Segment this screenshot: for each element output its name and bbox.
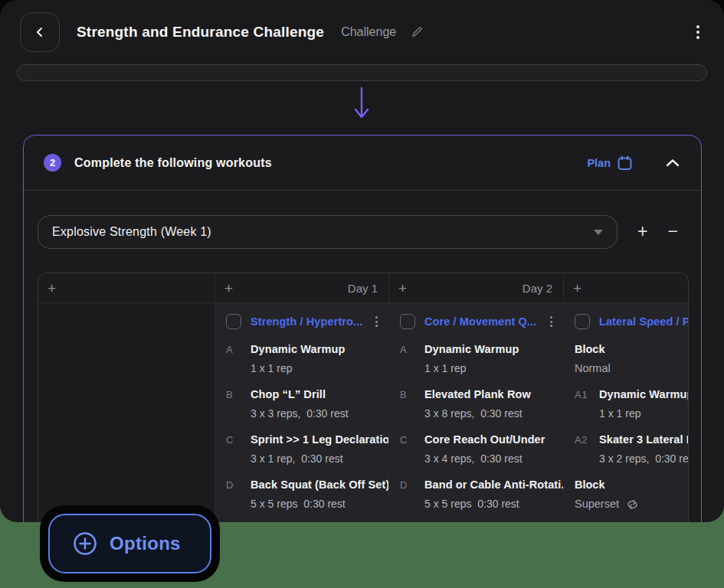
exercise-detail: 3 x 8 reps, 0:30 rest: [424, 404, 554, 423]
edit-title-icon[interactable]: [410, 25, 424, 39]
exercise-name: Elevated Plank Row: [424, 385, 554, 404]
exercise-detail: 3 x 2 reps, 0:30 re: [599, 449, 689, 469]
workout-grid: + + Day 1 + Day 2 + Strength / Hyp: [38, 273, 689, 522]
step-number-badge: 2: [44, 154, 61, 172]
options-button-highlight: Options: [40, 505, 220, 582]
block-mode-label: Normal: [575, 359, 689, 378]
exercise-row: CCore Reach Out/Under3 x 4 reps, 0:30 re…: [400, 430, 554, 469]
exercise-body: Dynamic Warmup1 x 1 rep: [599, 385, 689, 423]
workout-card: Lateral Speed / PlyBlockNormalA1Dynamic …: [564, 303, 689, 522]
exercise-body: Skater 3 Lateral Ho3 x 2 reps, 0:30 re: [599, 430, 689, 469]
day-label: Day 1: [348, 282, 378, 295]
workout-card: Strength / Hypertro...ADynamic Warmup1 x…: [215, 303, 388, 522]
workout-title-link[interactable]: Lateral Speed / Ply: [599, 315, 689, 328]
flow-down-arrow-icon: [351, 87, 372, 123]
exercise-row: A1Dynamic Warmup1 x 1 rep: [575, 385, 689, 423]
workout-card-header: Lateral Speed / Ply: [575, 311, 689, 332]
exercise-body: Chop “L” Drill3 x 3 reps, 0:30 rest: [251, 385, 379, 423]
exercise-body: Sprint >> 1 Leg Declarations3 x 1 rep, 0…: [251, 430, 379, 469]
block-header-row: BlockNormal: [575, 340, 689, 378]
exercise-detail: 1 x 1 rep: [424, 359, 554, 378]
grid-header-row: + + Day 1 + Day 2 +: [38, 273, 688, 303]
exercise-name: Core Reach Out/Under: [424, 430, 554, 449]
workout-card: Core / Movement Q...ADynamic Warmup1 x 1…: [389, 303, 563, 522]
grid-header-cell: +: [38, 273, 215, 302]
block-mode-label: Superset: [575, 495, 689, 514]
exercise-letter: A2: [575, 430, 599, 469]
step-panel-header: 2 Complete the following workouts Plan: [24, 136, 701, 191]
exercise-body: Core Reach Out/Under3 x 4 reps, 0:30 res…: [424, 430, 554, 469]
exercise-row: ADynamic Warmup1 x 1 rep: [400, 340, 554, 378]
exercise-letter: A: [400, 340, 424, 378]
exercise-detail: 3 x 4 reps, 0:30 rest: [424, 449, 554, 469]
exercise-row: A2Skater 3 Lateral Ho3 x 2 reps, 0:30 re: [575, 430, 689, 469]
options-button[interactable]: Options: [48, 514, 211, 573]
step-panel: 2 Complete the following workouts Plan E…: [23, 135, 702, 522]
block-mode-text: Superset: [575, 495, 619, 514]
block-mode-text: Normal: [575, 359, 611, 378]
overflow-menu-button[interactable]: [692, 21, 704, 44]
add-workout-icon[interactable]: +: [224, 281, 233, 296]
exercise-detail: 3 x 3 reps, 0:30 rest: [251, 404, 379, 423]
week-selector[interactable]: Explosive Strength (Week 1): [38, 215, 618, 249]
exercise-detail: 5 x 5 reps 0:30 rest: [424, 495, 554, 514]
workout-title-link[interactable]: Strength / Hypertro...: [251, 315, 374, 328]
exercise-row: ADynamic Warmup1 x 1 rep: [226, 340, 379, 378]
workout-checkbox[interactable]: [226, 314, 241, 329]
workout-card-header: Core / Movement Q...: [400, 311, 554, 332]
grid-body-cell-empty: [38, 303, 215, 522]
program-type-label: Challenge: [341, 25, 396, 39]
exercise-letter: A1: [575, 385, 599, 423]
block-header-row: BlockSuperset: [575, 475, 689, 514]
exercise-detail: 5 x 5 reps 0:30 rest: [251, 495, 379, 514]
grid-header-cell: +: [563, 273, 689, 302]
exercise-name: Band or Cable Anti-Rotati...: [424, 475, 554, 495]
workout-checkbox[interactable]: [400, 314, 415, 329]
exercise-row: DBand or Cable Anti-Rotati...5 x 5 reps …: [400, 475, 554, 514]
exercise-body: Back Squat (Back Off Set)5 x 5 reps 0:30…: [251, 475, 379, 514]
workout-menu-button[interactable]: [374, 313, 379, 330]
collapsed-step-card[interactable]: [17, 64, 707, 81]
top-bar: Strength and Endurance Challenge Challen…: [0, 0, 724, 64]
exercise-row: BChop “L” Drill3 x 3 reps, 0:30 rest: [226, 385, 379, 423]
exercise-name: Sprint >> 1 Leg Declarations: [251, 430, 379, 449]
exercise-letter: D: [226, 475, 251, 514]
collapse-section-button[interactable]: [666, 158, 680, 168]
add-workout-icon[interactable]: +: [398, 281, 407, 296]
exercise-letter: C: [400, 430, 424, 469]
chevron-left-icon: [34, 26, 46, 38]
exercise-name: Chop “L” Drill: [251, 385, 379, 404]
chevron-down-icon: [594, 230, 603, 235]
week-selector-row: Explosive Strength (Week 1) + −: [38, 215, 687, 249]
add-workout-icon[interactable]: +: [48, 281, 56, 296]
page-title: Strength and Endurance Challenge: [77, 24, 324, 41]
options-button-label: Options: [110, 533, 181, 554]
day-label: Day 2: [523, 282, 552, 295]
plus-circle-icon: [73, 531, 97, 556]
exercise-name: Skater 3 Lateral Ho: [599, 430, 689, 449]
exercise-detail: 3 x 1 rep, 0:30 rest: [251, 449, 379, 469]
workout-checkbox[interactable]: [575, 314, 590, 329]
exercise-letter: D: [400, 475, 424, 514]
exercise-row: BElevated Plank Row3 x 8 reps, 0:30 rest: [400, 385, 554, 423]
exercise-letter: B: [400, 385, 424, 423]
exercise-name: Dynamic Warmup: [251, 340, 379, 359]
back-button[interactable]: [20, 12, 60, 52]
workout-title-link[interactable]: Core / Movement Q...: [424, 315, 549, 328]
week-selector-value: Explosive Strength (Week 1): [52, 225, 594, 239]
add-workout-icon[interactable]: +: [573, 281, 581, 296]
exercise-letter: B: [226, 385, 251, 423]
exercise-body: Elevated Plank Row3 x 8 reps, 0:30 rest: [424, 385, 554, 423]
exercise-body: Dynamic Warmup1 x 1 rep: [424, 340, 554, 378]
exercise-detail: 1 x 1 rep: [599, 404, 689, 423]
remove-week-button[interactable]: −: [667, 223, 677, 242]
exercise-letter: A: [226, 340, 251, 378]
plan-button[interactable]: Plan: [587, 155, 632, 171]
grid-header-cell: + Day 1: [215, 273, 388, 302]
exercise-body: Band or Cable Anti-Rotati...5 x 5 reps 0…: [424, 475, 554, 514]
exercise-body: Dynamic Warmup1 x 1 rep: [251, 340, 379, 378]
workout-menu-button[interactable]: [549, 313, 554, 330]
plan-button-label: Plan: [587, 157, 611, 169]
exercise-row: CSprint >> 1 Leg Declarations3 x 1 rep, …: [226, 430, 379, 469]
add-week-button[interactable]: +: [637, 223, 647, 242]
